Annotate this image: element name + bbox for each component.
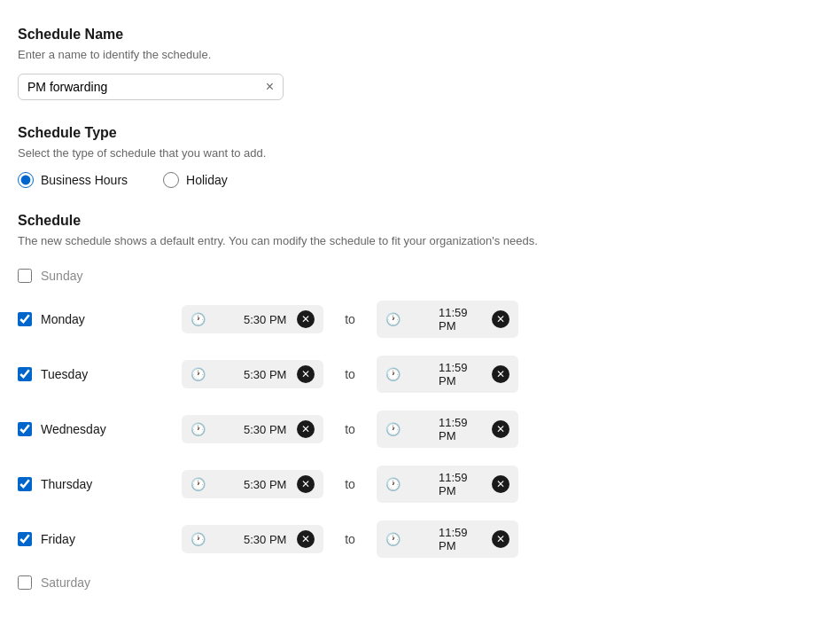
to-label-wednesday: to (323, 422, 377, 436)
remove-start-tuesday[interactable]: ✕ (297, 365, 315, 383)
day-checkbox-tuesday[interactable] (18, 367, 32, 381)
clock-icon-start-friday: 🕐 (191, 532, 238, 546)
day-name-sunday: Sunday (41, 269, 82, 283)
day-label-wednesday[interactable]: Wednesday (18, 422, 182, 436)
day-row-thursday: Thursday 🕐 5:30 PM ✕to 🕐 11:59 PM ✕ (18, 457, 822, 512)
day-row-saturday: Saturday (18, 567, 822, 599)
day-name-wednesday: Wednesday (41, 422, 106, 436)
remove-end-tuesday[interactable]: ✕ (492, 365, 509, 383)
schedule-name-description: Enter a name to identify the schedule. (18, 48, 822, 61)
start-time-monday[interactable]: 🕐 5:30 PM ✕ (182, 305, 323, 333)
end-time-tuesday[interactable]: 🕐 11:59 PM ✕ (377, 356, 518, 393)
day-checkbox-thursday[interactable] (18, 477, 32, 491)
to-label-thursday: to (323, 477, 377, 491)
clock-icon-end-friday: 🕐 (385, 532, 433, 546)
days-container: SundayMonday 🕐 5:30 PM ✕to 🕐 11:59 PM ✕T… (18, 260, 822, 599)
start-time-wednesday[interactable]: 🕐 5:30 PM ✕ (182, 415, 323, 443)
remove-start-friday[interactable]: ✕ (297, 530, 315, 548)
day-name-thursday: Thursday (41, 477, 92, 491)
remove-end-monday[interactable]: ✕ (492, 310, 509, 328)
radio-business-hours-input[interactable] (18, 172, 34, 188)
day-row-friday: Friday 🕐 5:30 PM ✕to 🕐 11:59 PM ✕ (18, 512, 822, 567)
day-name-saturday: Saturday (41, 575, 90, 590)
end-time-value-wednesday: 11:59 PM (439, 416, 486, 442)
clock-icon-start-wednesday: 🕐 (191, 422, 238, 436)
day-label-saturday[interactable]: Saturday (18, 575, 182, 590)
to-label-monday: to (323, 312, 377, 326)
remove-end-thursday[interactable]: ✕ (492, 475, 509, 493)
day-checkbox-wednesday[interactable] (18, 422, 32, 436)
day-checkbox-sunday[interactable] (18, 269, 32, 283)
start-time-value-tuesday: 5:30 PM (244, 368, 292, 381)
schedule-type-description: Select the type of schedule that you wan… (18, 146, 822, 160)
day-label-tuesday[interactable]: Tuesday (18, 367, 182, 381)
radio-holiday-input[interactable] (163, 172, 179, 188)
schedule-title: Schedule (18, 213, 822, 229)
end-time-value-monday: 11:59 PM (439, 306, 486, 333)
end-time-friday[interactable]: 🕐 11:59 PM ✕ (377, 521, 518, 558)
start-time-value-wednesday: 5:30 PM (244, 423, 292, 436)
schedule-type-title: Schedule Type (18, 125, 822, 141)
schedule-name-section: Schedule Name Enter a name to identify t… (18, 27, 822, 125)
day-label-sunday[interactable]: Sunday (18, 269, 182, 283)
schedule-type-radio-group: Business Hours Holiday (18, 172, 822, 188)
day-checkbox-friday[interactable] (18, 532, 32, 546)
day-checkbox-monday[interactable] (18, 312, 32, 326)
schedule-description: The new schedule shows a default entry. … (18, 234, 822, 247)
day-label-monday[interactable]: Monday (18, 312, 182, 326)
to-label-friday: to (323, 532, 377, 546)
start-time-friday[interactable]: 🕐 5:30 PM ✕ (182, 525, 323, 553)
end-time-thursday[interactable]: 🕐 11:59 PM ✕ (377, 466, 518, 503)
remove-end-wednesday[interactable]: ✕ (492, 420, 509, 438)
start-time-tuesday[interactable]: 🕐 5:30 PM ✕ (182, 360, 323, 388)
day-row-sunday: Sunday (18, 260, 822, 292)
start-time-value-friday: 5:30 PM (244, 533, 292, 546)
clock-icon-start-tuesday: 🕐 (191, 367, 238, 381)
day-row-monday: Monday 🕐 5:30 PM ✕to 🕐 11:59 PM ✕ (18, 292, 822, 347)
end-time-value-friday: 11:59 PM (439, 526, 486, 552)
start-time-thursday[interactable]: 🕐 5:30 PM ✕ (182, 470, 323, 498)
schedule-section: Schedule The new schedule shows a defaul… (18, 213, 822, 599)
radio-business-hours-label: Business Hours (41, 173, 128, 187)
day-name-tuesday: Tuesday (41, 367, 88, 381)
day-checkbox-saturday[interactable] (18, 575, 32, 590)
schedule-type-section: Schedule Type Select the type of schedul… (18, 125, 822, 188)
remove-end-friday[interactable]: ✕ (492, 530, 509, 548)
end-time-value-tuesday: 11:59 PM (439, 361, 486, 387)
day-label-friday[interactable]: Friday (18, 532, 182, 546)
radio-holiday-label: Holiday (186, 173, 228, 187)
day-name-friday: Friday (41, 532, 75, 546)
schedule-name-input-wrapper: × (18, 74, 284, 100)
end-time-monday[interactable]: 🕐 11:59 PM ✕ (377, 301, 518, 338)
end-time-value-thursday: 11:59 PM (439, 471, 486, 497)
day-label-thursday[interactable]: Thursday (18, 477, 182, 491)
end-time-wednesday[interactable]: 🕐 11:59 PM ✕ (377, 411, 518, 448)
clock-icon-start-monday: 🕐 (191, 312, 238, 326)
schedule-name-title: Schedule Name (18, 27, 822, 43)
remove-start-thursday[interactable]: ✕ (297, 475, 315, 493)
remove-start-wednesday[interactable]: ✕ (297, 420, 315, 438)
remove-start-monday[interactable]: ✕ (297, 310, 315, 328)
radio-holiday[interactable]: Holiday (163, 172, 228, 188)
clear-schedule-name-button[interactable]: × (261, 80, 274, 94)
day-row-tuesday: Tuesday 🕐 5:30 PM ✕to 🕐 11:59 PM ✕ (18, 347, 822, 402)
clock-icon-end-monday: 🕐 (385, 312, 433, 326)
day-name-monday: Monday (41, 312, 85, 326)
clock-icon-end-tuesday: 🕐 (385, 367, 433, 381)
to-label-tuesday: to (323, 367, 377, 381)
start-time-value-thursday: 5:30 PM (244, 478, 292, 491)
clock-icon-start-thursday: 🕐 (191, 477, 238, 491)
clock-icon-end-wednesday: 🕐 (385, 422, 433, 436)
radio-business-hours[interactable]: Business Hours (18, 172, 128, 188)
start-time-value-monday: 5:30 PM (244, 313, 292, 326)
day-row-wednesday: Wednesday 🕐 5:30 PM ✕to 🕐 11:59 PM ✕ (18, 402, 822, 457)
clock-icon-end-thursday: 🕐 (385, 477, 433, 491)
schedule-name-input[interactable] (27, 80, 261, 94)
